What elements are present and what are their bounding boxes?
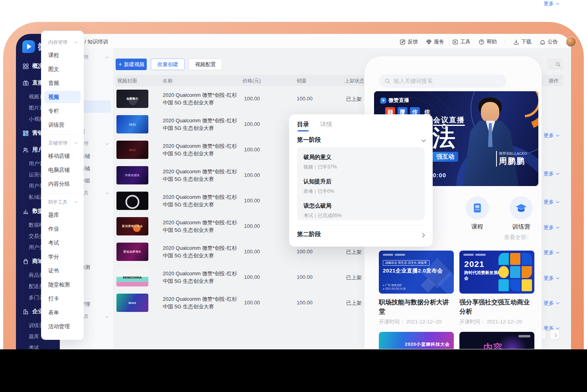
course-card[interactable]: 2020小蛮腰科技大会 xyxy=(379,332,454,349)
dropdown-menu-item[interactable]: 专栏 xyxy=(41,104,84,118)
bell-icon xyxy=(540,39,546,45)
video-sales: 100.00 xyxy=(297,274,313,280)
dropdown-menu-item[interactable]: 移动店铺 xyxy=(41,149,84,163)
lesson-item[interactable]: 破局的意义 视频｜已学37% xyxy=(297,149,425,173)
nav-icon xyxy=(23,161,29,167)
help-button[interactable]: 帮助 xyxy=(479,38,497,45)
dropdown-menu-item[interactable] xyxy=(47,134,77,135)
search-icon xyxy=(555,62,561,67)
banner-interaction-chip: 强互动 xyxy=(432,152,458,162)
feedback-button[interactable]: 反馈 xyxy=(400,38,418,45)
more-dropdown[interactable]: 更多 xyxy=(544,198,558,206)
service-button[interactable]: 服务 xyxy=(426,38,444,45)
dropdown-menu-item[interactable]: 活动管理 xyxy=(41,319,84,333)
dropdown-item-label: 学分 xyxy=(48,253,59,261)
announcement-button[interactable]: 公告 xyxy=(540,38,558,45)
table-row[interactable]: 创新聚力 2020 Qualcomm 微赞*创投-红杉中国 5G 生态创业大赛 … xyxy=(116,86,379,112)
more-dropdown[interactable]: 更多 xyxy=(544,249,558,256)
dropdown-menu-item[interactable]: 助学工具 xyxy=(41,196,84,208)
quick-entry-icon xyxy=(510,196,533,220)
dropdown-item-label: 考试 xyxy=(48,239,59,247)
more-label: 更多 xyxy=(544,274,554,282)
more-dropdown[interactable]: 更多 xyxy=(544,170,558,177)
quick-entry[interactable]: 训练营 xyxy=(506,196,536,231)
announcement-label: 公告 xyxy=(548,38,558,45)
download-button[interactable]: 下载 xyxy=(513,38,532,45)
pagination-next-button[interactable] xyxy=(550,329,560,340)
tools-button[interactable]: 工具 xyxy=(452,38,471,45)
dropdown-menu-item[interactable]: 学分 xyxy=(41,250,84,264)
stage-two-row[interactable]: 第二阶段 xyxy=(297,231,425,238)
more-dropdown[interactable]: 更多 xyxy=(544,0,558,7)
dropdown-menu-item[interactable]: 图文 xyxy=(41,62,84,76)
dropdown-item-label: 训练营 xyxy=(48,122,65,129)
chevron-down-icon xyxy=(74,200,77,203)
nav-icon xyxy=(23,94,29,100)
more-dropdown[interactable]: 更多 xyxy=(544,224,558,231)
dropdown-menu-item[interactable]: 店铺管理 xyxy=(41,137,84,149)
nav-icon xyxy=(23,272,29,278)
banner-meta-location: ▸ 广州·微赞总部 xyxy=(383,283,406,287)
dropdown-menu-item[interactable]: 训练营 xyxy=(41,118,84,132)
course-card[interactable]: 战略联合 营生态·共生长·新篇章 2021企业直播2.0发布会 ▸ 广州·微赞总… xyxy=(379,251,454,325)
course-catalog-popup: 目录 详情 第一阶段 破局的意义 视频｜已学37% 认知提升后 录播｜已学0% … xyxy=(289,114,433,247)
nav-icon xyxy=(23,130,29,136)
quick-entry[interactable]: 课程 xyxy=(462,196,492,231)
dropdown-menu-item[interactable] xyxy=(47,193,77,194)
video-price: 100.00 xyxy=(244,172,260,178)
tab-catalog[interactable]: 目录 xyxy=(297,121,309,131)
lesson-item[interactable]: 该怎么破局 考试｜已完成95% xyxy=(297,197,425,221)
more-dropdown[interactable]: 更多 xyxy=(544,300,558,307)
dropdown-menu-item[interactable]: 视频 xyxy=(44,91,81,103)
video-price: 100.00 xyxy=(244,300,260,306)
tab-details[interactable]: 详情 xyxy=(320,121,332,131)
dropdown-menu-item[interactable]: 音频 xyxy=(41,76,84,90)
dropdown-item-label: 视频 xyxy=(48,94,59,101)
batch-create-button[interactable]: 批量创建 xyxy=(151,59,185,70)
dropdown-item-label: 随堂检测 xyxy=(48,281,70,288)
more-dropdown[interactable]: 更多 xyxy=(544,132,558,139)
quick-entry-label: 课程 xyxy=(462,223,492,231)
dropdown-menu-item[interactable]: 内容管理 xyxy=(41,36,84,48)
table-row[interactable]: MIAS 2020 Qualcomm 微赞*创投-红杉中国 5G 生态创业大赛 … xyxy=(116,290,379,316)
view-all-link[interactable]: 查看全部〉 xyxy=(504,234,532,241)
more-dropdown[interactable]: 更多 xyxy=(544,274,558,282)
dropdown-menu-item[interactable]: 证书 xyxy=(41,264,84,278)
chevron-down-icon xyxy=(105,191,108,194)
video-thumbnail: 新消费增长峰会 xyxy=(116,217,148,235)
lesson-item[interactable]: 认知提升后 录播｜已学0% xyxy=(297,173,425,197)
video-config-button[interactable]: 视频配置 xyxy=(189,59,222,70)
table-search-button[interactable] xyxy=(547,59,563,70)
dropdown-menu-item[interactable]: 打卡 xyxy=(41,292,84,306)
avatar[interactable] xyxy=(566,37,576,47)
mosaic-decoration xyxy=(498,253,532,291)
dropdown-item-label: 图文 xyxy=(48,66,59,73)
dropdown-item-label: 课程 xyxy=(48,52,59,59)
dropdown-menu-item[interactable]: 表单 xyxy=(41,306,84,319)
phone-search-input[interactable]: 输入关键词搜索 xyxy=(379,74,506,88)
col-price: 价格(元) xyxy=(242,78,261,84)
course-card-grid: 战略联合 营生态·共生长·新篇章 2021企业直播2.0发布会 ▸ 广州·微赞总… xyxy=(379,251,534,349)
course-card[interactable]: 内容 xyxy=(459,332,534,349)
table-row[interactable]: DEMOCHINA 2020 Qualcomm 微赞*创投-红杉中国 5G 生态… xyxy=(116,265,379,290)
banner-headline: 法 xyxy=(432,126,455,149)
video-price: 100.00 xyxy=(244,147,260,153)
dropdown-menu-item[interactable]: 随堂检测 xyxy=(41,278,84,292)
video-name: 2020 Qualcomm 微赞*创投-红杉中国 5G 生态创业大赛 xyxy=(163,142,238,157)
stage-one-row[interactable]: 第一阶段 xyxy=(297,136,425,144)
quick-entry-label: 训练营 xyxy=(506,223,536,231)
dropdown-menu-item[interactable]: 电脑店铺 xyxy=(41,163,84,177)
dropdown-menu-item[interactable]: 考试 xyxy=(41,236,84,250)
video-thumbnail: 创新聚力 xyxy=(116,90,148,108)
dropdown-menu-item[interactable]: 题库 xyxy=(41,208,84,222)
sidebar-item-label: 考试 xyxy=(29,344,39,349)
dropdown-item-label: 内容分组 xyxy=(48,180,70,188)
dropdown-menu-item[interactable]: 内容分组 xyxy=(41,177,84,191)
thumbnail-caption: 创新聚力 xyxy=(126,97,138,101)
new-video-button[interactable]: 新建视频 xyxy=(116,59,147,70)
dropdown-item-label: 题库 xyxy=(48,212,59,219)
dropdown-menu-item[interactable]: 作业 xyxy=(41,222,84,236)
dropdown-menu-item[interactable]: 课程 xyxy=(41,48,84,62)
breadcrumb: / 知识培训 xyxy=(85,38,108,45)
course-card[interactable]: 2021 跨时代消费新发展峰会 强分享强社交强互动商业分析 开课时间： 2021… xyxy=(459,251,534,325)
